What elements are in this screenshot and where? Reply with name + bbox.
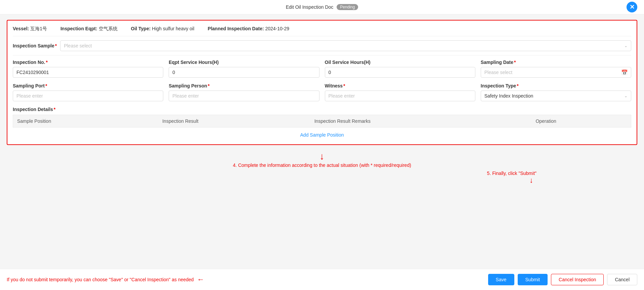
eqpt-service-hours-input[interactable] [169, 67, 319, 78]
sampling-date-field: Sampling Date* Please select 📅 [481, 60, 631, 78]
inspection-sample-placeholder: Please select [64, 43, 92, 48]
inspection-type-value: Safety Index Inspection [484, 93, 533, 99]
oil-service-hours-input[interactable] [325, 67, 475, 78]
inspection-sample-row: Inspection Sample* Please select ⌄ [13, 40, 631, 56]
oil-service-hours-field: Oil Service Hours(H) [325, 60, 475, 78]
inspection-type-field: Inspection Type* Safety Index Inspection… [481, 83, 631, 101]
oil-service-hours-label: Oil Service Hours(H) [325, 60, 475, 65]
close-button[interactable]: ✕ [627, 2, 637, 12]
vessel-info-row: Vessel: 互海1号 Inspection Eqpt: 空气系统 Oil T… [13, 26, 631, 36]
status-badge: Pending [337, 4, 358, 10]
arrow-down-icon: ↓ [7, 152, 637, 161]
col-inspection-result: Inspection Result [158, 115, 310, 128]
cancel-inspection-button[interactable]: Cancel Inspection [551, 274, 604, 285]
annotation-area: ↓ 4. Complete the information according … [0, 148, 644, 187]
planned-date-value: 2024-10-29 [265, 26, 289, 31]
planned-date-label: Planned Inspection Date: [208, 26, 264, 31]
eqpt-value: 空气系统 [99, 26, 118, 31]
sampling-person-label: Sampling Person* [169, 83, 319, 88]
calendar-icon[interactable]: 📅 [621, 69, 628, 76]
cancel-button[interactable]: Cancel [607, 274, 637, 285]
col-operation: Operation [531, 115, 631, 128]
sampling-date-input[interactable]: Please select [481, 67, 631, 78]
witness-label: Witness* [325, 83, 475, 88]
eqpt-label: Inspection Eqpt: [60, 26, 97, 31]
add-sample-position-button[interactable]: Add Sample Position [300, 132, 344, 138]
inspection-no-input[interactable] [13, 67, 163, 78]
footer-note: If you do not submit temporarily, you ca… [7, 275, 205, 284]
footer-note-text: If you do not submit temporarily, you ca… [7, 277, 194, 282]
planned-date-info: Planned Inspection Date: 2024-10-29 [208, 26, 289, 32]
submit-button[interactable]: Submit [518, 274, 548, 285]
main-content: Vessel: 互海1号 Inspection Eqpt: 空气系统 Oil T… [0, 14, 644, 148]
required-star: * [55, 43, 57, 48]
save-button[interactable]: Save [488, 274, 514, 285]
sampling-port-field: Sampling Port* [13, 83, 163, 101]
inspection-sample-label: Inspection Sample* [13, 40, 57, 48]
vessel-value: 互海1号 [30, 26, 47, 31]
footer-arrow-icon: ← [197, 275, 205, 284]
inspection-details-section: Inspection Details* Sample Position Insp… [13, 107, 631, 139]
inspection-type-select[interactable]: Safety Index Inspection ⌄ [481, 90, 631, 101]
vessel-label: Vessel: [13, 26, 29, 31]
page-header: Edit Oil Inspection Doc Pending ✕ [0, 0, 644, 14]
inspection-no-field: Inspection No.* [13, 60, 163, 78]
inspection-sample-select[interactable]: Please select ⌄ [60, 40, 631, 51]
oil-type-label: Oil Type: [131, 26, 151, 31]
sampling-date-label: Sampling Date* [481, 60, 631, 65]
sampling-date-wrapper: Please select 📅 [481, 67, 631, 78]
inspection-details-label: Inspection Details* [13, 107, 631, 112]
chevron-down-icon: ⌄ [624, 94, 628, 98]
eqpt-service-hours-field: Eqpt Service Hours(H) [169, 60, 319, 78]
arrow-step5-icon: ↓ [7, 177, 637, 184]
sampling-port-label: Sampling Port* [13, 83, 163, 88]
eqpt-service-hours-label: Eqpt Service Hours(H) [169, 60, 319, 65]
sampling-port-input[interactable] [13, 90, 163, 101]
witness-field: Witness* [325, 83, 475, 101]
col-inspection-result-remarks: Inspection Result Remarks [310, 115, 532, 128]
footer-buttons: Save Submit Cancel Inspection Cancel [488, 274, 637, 285]
sampling-person-field: Sampling Person* [169, 83, 319, 101]
form-row-1: Inspection No.* Eqpt Service Hours(H) Oi… [13, 60, 631, 78]
inspection-details-table: Sample Position Inspection Result Inspec… [13, 115, 631, 128]
add-position-row: Add Sample Position [13, 128, 631, 139]
inspection-type-label: Inspection Type* [481, 83, 631, 88]
page-footer: If you do not submit temporarily, you ca… [0, 269, 644, 290]
witness-input[interactable] [325, 90, 475, 101]
annotation-step5: 5. Finally, click "Submit" [7, 171, 637, 176]
annotation-step4: 4. Complete the information according to… [7, 162, 637, 168]
oil-type-value: High sulfur heavy oil [152, 26, 194, 31]
form-row-2: Sampling Port* Sampling Person* Witness*… [13, 83, 631, 101]
sampling-person-input[interactable] [169, 90, 319, 101]
chevron-down-icon: ⌄ [624, 43, 628, 48]
oil-type-info: Oil Type: High sulfur heavy oil [131, 26, 195, 32]
eqpt-info: Inspection Eqpt: 空气系统 [60, 26, 118, 32]
page-title: Edit Oil Inspection Doc [286, 4, 334, 10]
form-card: Vessel: 互海1号 Inspection Eqpt: 空气系统 Oil T… [7, 20, 637, 145]
vessel-info: Vessel: 互海1号 [13, 26, 47, 32]
inspection-no-label: Inspection No.* [13, 60, 163, 65]
col-sample-position: Sample Position [13, 115, 159, 128]
